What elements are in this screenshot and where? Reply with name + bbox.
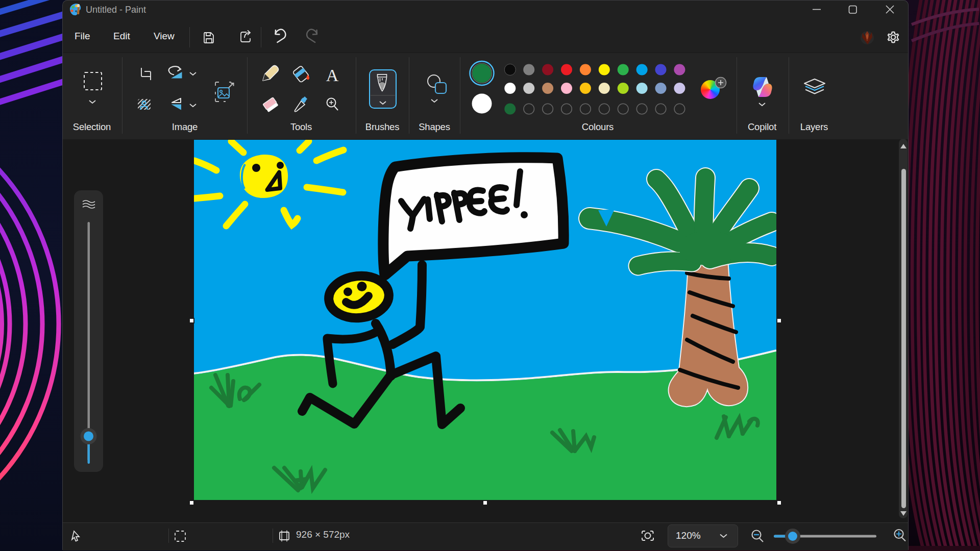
- svg-text:A: A: [326, 66, 339, 85]
